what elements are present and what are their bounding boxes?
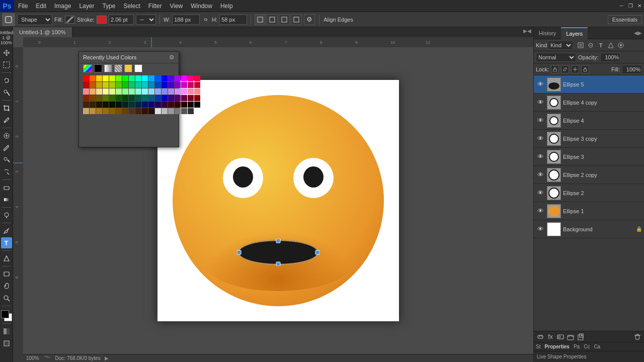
- swatch[interactable]: [162, 82, 168, 88]
- menu-window[interactable]: Window: [187, 2, 216, 11]
- swatch[interactable]: [194, 75, 200, 81]
- swatch[interactable]: [168, 95, 174, 101]
- swatch[interactable]: [175, 108, 181, 114]
- white-swatch[interactable]: [134, 64, 142, 72]
- swatch[interactable]: [109, 88, 115, 95]
- layer-item-ellipse3copy[interactable]: 👁 Ellipse 3 copy: [534, 130, 644, 148]
- swatch[interactable]: [109, 95, 115, 101]
- visibility-toggle-background[interactable]: 👁: [536, 225, 545, 234]
- quick-mask-toggle[interactable]: [1, 326, 12, 337]
- swatch[interactable]: [135, 102, 141, 108]
- swatch[interactable]: [103, 82, 109, 88]
- swatch[interactable]: [155, 108, 161, 114]
- swatch[interactable]: [135, 108, 141, 114]
- swatch[interactable]: [188, 102, 194, 108]
- swatch[interactable]: [188, 108, 194, 114]
- gradient-tool[interactable]: [1, 194, 12, 205]
- swatch[interactable]: [90, 75, 96, 81]
- lock-transparent-btn[interactable]: [551, 65, 559, 73]
- swatch[interactable]: [122, 88, 128, 95]
- layer-item-ellipse2[interactable]: 👁 Ellipse 2: [534, 184, 644, 202]
- swatch[interactable]: [175, 75, 181, 81]
- restore-button[interactable]: ❐: [626, 2, 635, 11]
- path-op-3[interactable]: [279, 14, 290, 25]
- swatch[interactable]: [142, 82, 148, 88]
- layer-item-background[interactable]: 👁 Background 🔒: [534, 220, 644, 238]
- swatch[interactable]: [181, 75, 187, 81]
- document-tab[interactable]: Untitled-1 @ 100%: [13, 27, 72, 37]
- layer-item-ellipse5[interactable]: 👁 Ellipse 5: [534, 75, 644, 94]
- swatch[interactable]: [194, 88, 200, 95]
- swatch[interactable]: [148, 108, 154, 114]
- menu-help[interactable]: Help: [216, 2, 237, 11]
- lasso-tool[interactable]: [1, 75, 12, 86]
- menu-layer[interactable]: Layer: [75, 2, 98, 11]
- layer-item-ellipse3[interactable]: 👁 Ellipse 3: [534, 148, 644, 166]
- eyedropper-tool[interactable]: [1, 115, 12, 126]
- canvas-document[interactable]: [157, 80, 399, 321]
- menu-image[interactable]: Image: [50, 2, 75, 11]
- black-swatch[interactable]: [94, 64, 102, 72]
- swatch[interactable]: [103, 95, 109, 101]
- swatch[interactable]: [168, 102, 174, 108]
- swatch[interactable]: [175, 102, 181, 108]
- swatch-white[interactable]: [194, 108, 200, 114]
- settings-icon[interactable]: ⚙: [304, 14, 315, 25]
- menu-type[interactable]: Type: [98, 2, 119, 11]
- history-brush-tool[interactable]: [1, 166, 12, 177]
- opacity-input[interactable]: [600, 53, 620, 62]
- swatch[interactable]: [135, 75, 141, 81]
- swatch[interactable]: [129, 95, 135, 101]
- visibility-toggle-ellipse2[interactable]: 👁: [536, 189, 545, 198]
- swatch[interactable]: [116, 108, 122, 114]
- swatch[interactable]: [181, 88, 187, 95]
- swatch[interactable]: [116, 82, 122, 88]
- zoom-tool[interactable]: [1, 293, 12, 304]
- swatch[interactable]: [83, 102, 89, 108]
- stroke-width-input[interactable]: 2.06 pt: [109, 15, 134, 25]
- swatch[interactable]: [116, 95, 122, 101]
- swatch[interactable]: [96, 82, 102, 88]
- swatch[interactable]: [129, 82, 135, 88]
- swatch[interactable]: [90, 82, 96, 88]
- swatch[interactable]: [162, 102, 168, 108]
- swatch[interactable]: [90, 88, 96, 95]
- color-picker-gear-icon[interactable]: ⚙: [169, 54, 175, 61]
- tab-layers[interactable]: Layers: [561, 27, 588, 39]
- swatch[interactable]: [83, 108, 89, 114]
- path-op-2[interactable]: [267, 14, 278, 25]
- crop-tool[interactable]: [1, 103, 12, 114]
- swatch[interactable]: [162, 95, 168, 101]
- menu-file[interactable]: File: [14, 2, 32, 11]
- menu-filter[interactable]: Filter: [144, 2, 166, 11]
- swatch[interactable]: [142, 108, 148, 114]
- swatch[interactable]: [96, 75, 102, 81]
- swatch[interactable]: [122, 95, 128, 101]
- properties-label[interactable]: Properties: [544, 344, 569, 349]
- panel-collapse-icons[interactable]: ▶◀: [523, 28, 531, 34]
- move-tool[interactable]: [1, 47, 12, 58]
- width-input[interactable]: [172, 15, 200, 25]
- swatch[interactable]: [188, 88, 194, 95]
- swatch[interactable]: [116, 102, 122, 108]
- swatch[interactable]: [168, 82, 174, 88]
- swatch[interactable]: [148, 88, 154, 95]
- fill-color-swatch[interactable]: [65, 16, 75, 24]
- screen-mode-toggle[interactable]: [1, 338, 12, 349]
- swatch[interactable]: [181, 82, 187, 88]
- add-mask-btn[interactable]: [556, 332, 565, 341]
- swatch[interactable]: [103, 108, 109, 114]
- swatch[interactable]: [168, 88, 174, 95]
- filter-pixel-icon[interactable]: [576, 41, 585, 50]
- swatch[interactable]: [96, 95, 102, 101]
- foreground-color[interactable]: [1, 310, 9, 318]
- link-wh-icon[interactable]: [202, 16, 210, 24]
- swatch[interactable]: [96, 102, 102, 108]
- new-group-btn[interactable]: [566, 332, 575, 341]
- menu-view[interactable]: View: [166, 2, 187, 11]
- filter-type-icon[interactable]: T: [596, 41, 605, 50]
- swatch[interactable]: [96, 88, 102, 95]
- yellow-swatch[interactable]: [124, 64, 132, 72]
- filter-smart-icon[interactable]: [616, 41, 625, 50]
- swatch-red[interactable]: [83, 75, 89, 81]
